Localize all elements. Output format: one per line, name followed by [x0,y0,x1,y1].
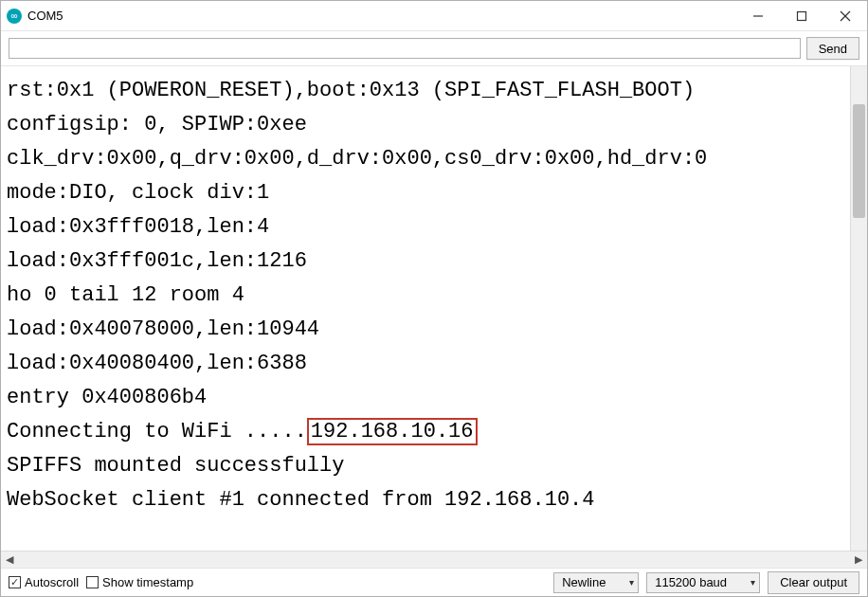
send-row: Send [1,31,867,66]
window-buttons [736,1,867,30]
console-line: entry 0x400806b4 [7,381,861,415]
console-line: ho 0 tail 12 room 4 [7,279,861,313]
lineending-value: Newline [562,575,606,589]
maximize-button[interactable] [780,1,823,30]
baud-select[interactable]: 115200 baud ▾ [646,572,760,593]
chevron-down-icon: ▾ [629,577,634,588]
autoscroll-checkbox[interactable]: Autoscroll [9,575,79,589]
console-line: WebSocket client #1 connected from 192.1… [7,483,861,517]
close-button[interactable] [823,1,867,30]
console-line: load:0x3fff001c,len:1216 [7,244,861,279]
console-line: load:0x3fff0018,len:4 [7,210,861,244]
window-title: COM5 [27,9,736,23]
console-line: clk_drv:0x00,q_drv:0x00,d_drv:0x00,cs0_d… [7,142,861,176]
lineending-select[interactable]: Newline ▾ [553,572,639,593]
arduino-icon [7,9,22,24]
console-area: rst:0x1 (POWERON_RESET),boot:0x13 (SPI_F… [1,66,867,568]
console-line: load:0x40080400,len:6388 [7,347,861,381]
chevron-down-icon: ▾ [750,577,755,588]
console-line: load:0x40078000,len:10944 [7,313,861,347]
serial-monitor-window: COM5 Send rst:0x1 (POWERON_RESET),boot:0… [0,0,868,597]
checkbox-icon [86,576,99,588]
console-line: Connecting to WiFi .....192.168.10.16 [7,415,861,449]
baud-value: 115200 baud [655,575,727,589]
timestamp-label: Show timestamp [102,575,193,589]
console-line: rst:0x1 (POWERON_RESET),boot:0x13 (SPI_F… [7,74,861,108]
send-button[interactable]: Send [806,37,859,60]
scroll-right-icon[interactable]: ▶ [850,552,867,569]
clear-output-button[interactable]: Clear output [768,571,859,594]
scrollbar-thumb[interactable] [853,104,865,218]
send-input[interactable] [9,38,801,59]
footer-bar: Autoscroll Show timestamp Newline ▾ 1152… [1,568,867,596]
scroll-left-icon[interactable]: ◀ [1,552,18,569]
minimize-button[interactable] [736,1,780,30]
titlebar: COM5 [1,1,867,31]
console-text[interactable]: rst:0x1 (POWERON_RESET),boot:0x13 (SPI_F… [1,66,867,551]
console-line: mode:DIO, clock div:1 [7,176,861,210]
ip-highlight: 192.168.10.16 [307,418,478,445]
autoscroll-label: Autoscroll [25,575,79,589]
console-line: SPIFFS mounted successfully [7,449,861,483]
vertical-scrollbar[interactable] [850,66,867,551]
timestamp-checkbox[interactable]: Show timestamp [86,575,193,589]
console-line: configsip: 0, SPIWP:0xee [7,108,861,142]
horizontal-scrollbar[interactable]: ◀ ▶ [1,551,867,568]
scrollbar-track[interactable] [18,552,850,568]
checkbox-icon [9,576,21,588]
svg-rect-1 [798,11,806,20]
